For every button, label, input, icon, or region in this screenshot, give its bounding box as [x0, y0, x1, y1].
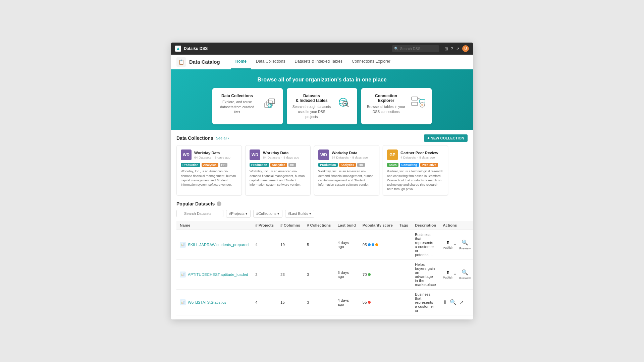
coll-age-3: 8 days ago	[419, 156, 435, 159]
coll-name-0: Workday Data	[194, 151, 230, 155]
collection-card-2[interactable]: WD Workday Data 64 Datasets · 8 days ago…	[314, 145, 379, 195]
tab-connections-explorer[interactable]: Connections Explorer	[347, 55, 395, 69]
search-datasets-input[interactable]	[176, 210, 223, 217]
coll-avatar-3: GP	[387, 149, 398, 160]
cell-popularity-2: 55	[359, 289, 396, 315]
new-collection-button[interactable]: + NEW COLLECTION	[424, 134, 468, 142]
see-all-link[interactable]: See all ›	[216, 136, 229, 140]
publish-chevron-1[interactable]: ▾	[453, 273, 457, 276]
preview-label-1: Preview	[459, 276, 471, 280]
col-header-tags: Tags	[396, 221, 412, 230]
hero-card-title-1: Data Collections	[218, 94, 257, 98]
tag-hr-0: HR	[220, 163, 227, 167]
coll-avatar-2: WD	[318, 149, 329, 160]
publish-chevron-0[interactable]: ▾	[453, 243, 457, 246]
publish-button-1[interactable]: ⬆ Publish	[443, 270, 453, 279]
cell-tags-2	[396, 289, 412, 315]
tag-pred-3: Predictive	[420, 163, 438, 167]
cell-name-0: 📊 SKILL.JARRAW.students_prepared	[176, 230, 252, 259]
coll-desc-2: Workday, Inc., is an American on-demand …	[318, 169, 375, 187]
hero-card-data-collections[interactable]: Data Collections Explore, and reuse data…	[212, 88, 283, 124]
col-header-projects: # Projects	[252, 221, 277, 230]
cell-columns-0: 19	[277, 230, 304, 259]
publish-label-1: Publish	[443, 276, 453, 279]
collection-card-3[interactable]: GP Gartner Peer Review 4 Datasets · 8 da…	[383, 145, 448, 195]
filters-row: 🔍 #Projects ▾ #Collections ▾ #Last Build…	[176, 210, 468, 218]
col-header-name: Name	[176, 221, 252, 230]
hero-card-desc-1: Explore, and reuse datasets from curated…	[218, 100, 257, 114]
popular-datasets-section: Popular Datasets i 🔍 #Projects ▾ #Collec…	[171, 198, 473, 319]
catalog-icon: 📋	[176, 57, 186, 67]
cell-desc-0: Business that represents a customer or p…	[412, 230, 439, 259]
hero-card-connections[interactable]: Connection Explorer Browse all tables in…	[361, 88, 432, 124]
coll-datasets-0: 64 Datasets	[194, 156, 211, 159]
tag-hr-1: HR	[288, 163, 296, 167]
help-icon[interactable]: ?	[451, 46, 453, 51]
preview-button-1[interactable]: 🔍 Preview	[459, 269, 471, 280]
cell-actions-0: ⬆ Publish ▾ 🔍 Preview ↗	[439, 230, 473, 259]
collection-card-1[interactable]: WD Workday Data 64 Datasets · 8 days ago…	[245, 145, 311, 195]
use-button-2[interactable]: ↗	[459, 299, 464, 305]
filter-lastbuilds-btn[interactable]: #Last Builds ▾	[285, 210, 314, 218]
hero-card-datasets[interactable]: Datasets& Indexed tables Search through …	[287, 88, 357, 124]
dot-0-0	[368, 243, 371, 246]
tag-sales-3: Sales	[387, 163, 398, 167]
preview-icon-0: 🔍	[462, 239, 468, 246]
col-header-columns: # Columns	[277, 221, 304, 230]
coll-name-3: Gartner Peer Review	[400, 151, 438, 155]
global-search-wrap: 🔍	[392, 45, 439, 52]
ds-name-0[interactable]: SKILL.JARRAW.students_prepared	[188, 243, 249, 247]
hero-card-desc-3: Browse all tables in your DSS connection…	[367, 104, 406, 114]
preview-button-2[interactable]: 🔍	[450, 299, 457, 305]
publish-button-2[interactable]: ⬆	[443, 299, 447, 305]
popularity-dots-0: 95	[363, 243, 393, 247]
cell-projects-0: 4	[252, 230, 277, 259]
ds-name-2[interactable]: WorldSTATS.Statistics	[188, 300, 226, 304]
publish-icon-0: ⬆	[446, 240, 450, 245]
cell-projects-1: 2	[252, 259, 277, 289]
hero-card-title-2: Datasets& Indexed tables	[292, 94, 331, 103]
coll-avatar-1: WD	[250, 149, 260, 160]
coll-age-0: 8 days ago	[215, 156, 230, 159]
grid-icon[interactable]: ⊞	[444, 46, 448, 51]
cell-popularity-0: 95	[359, 230, 396, 259]
coll-datasets-3: 4 Datasets	[400, 156, 416, 159]
tag-hr-2: HR	[357, 163, 365, 167]
search-datasets-wrap: 🔍	[176, 210, 223, 217]
tab-home[interactable]: Home	[231, 55, 251, 69]
svg-marker-0	[177, 47, 179, 50]
col-header-popularity: Popularity score	[359, 221, 396, 230]
sub-nav-tabs: Home Data Collections Datasets & Indexed…	[231, 55, 468, 69]
coll-datasets-1: 64 Datasets	[263, 156, 280, 159]
analytics-icon[interactable]: ↗	[456, 46, 460, 51]
cell-lastbuild-1: 6 days ago	[334, 259, 359, 289]
dot-0-2	[375, 243, 378, 246]
table-row: 📊 SKILL.JARRAW.students_prepared 4 19 5 …	[176, 230, 473, 259]
tab-datasets-indexed[interactable]: Datasets & Indexed Tables	[290, 55, 347, 69]
preview-icon-2: 🔍	[450, 299, 457, 305]
cell-collections-0: 5	[304, 230, 334, 259]
coll-age-2: 8 days ago	[352, 156, 368, 159]
collection-card-0[interactable]: WD Workday Data 64 Datasets · 8 days ago…	[176, 145, 242, 195]
ds-name-1[interactable]: APTITUDECHEST.aptitude_loaded	[188, 273, 248, 277]
topnav-icons: ⊞ ? ↗ U	[444, 45, 469, 52]
publish-button-0[interactable]: ⬆ Publish	[443, 240, 453, 249]
cell-actions-1: ⬆ Publish ▾ 🔍 Preview ↗	[439, 259, 473, 289]
preview-button-0[interactable]: 🔍 Preview	[459, 239, 471, 250]
datasets-icon	[334, 94, 352, 111]
svg-rect-14	[412, 102, 418, 106]
hero-card-title-3: Connection Explorer	[367, 94, 406, 103]
tag-analytics-1: Analytics	[270, 163, 287, 167]
filter-collections-btn[interactable]: #Collections ▾	[253, 210, 282, 218]
avatar[interactable]: U	[462, 45, 469, 52]
tab-data-collections[interactable]: Data Collections	[251, 55, 290, 69]
filter-projects-btn[interactable]: #Projects ▾	[226, 210, 251, 218]
data-collections-icon	[260, 94, 277, 111]
col-header-collections: # Collections	[304, 221, 334, 230]
cell-name-1: 📊 APTITUDECHEST.aptitude_loaded	[176, 259, 252, 289]
cell-desc-2: Business that represents a customer or	[412, 289, 439, 315]
global-search-input[interactable]	[392, 45, 439, 52]
cell-columns-1: 23	[277, 259, 304, 289]
col-header-description: Description	[412, 221, 439, 230]
svg-line-10	[347, 105, 348, 107]
